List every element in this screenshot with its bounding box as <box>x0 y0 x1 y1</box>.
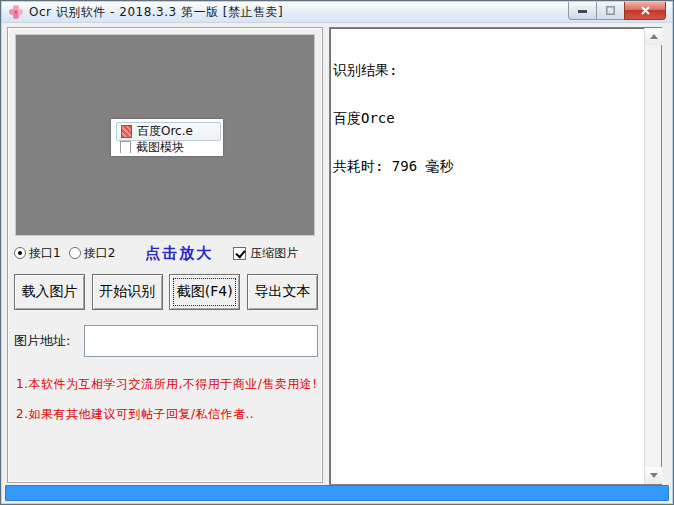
checkbox-checked-icon <box>233 247 246 260</box>
image-address-row: 图片地址: <box>14 324 318 358</box>
left-panel: 百度Orc.e 截图模块 接口1 接口2 点击放大 压缩图片 <box>7 27 323 483</box>
image-address-input[interactable] <box>84 325 318 357</box>
close-button[interactable] <box>624 2 666 20</box>
radio-label: 接口2 <box>84 245 116 262</box>
progress-bar <box>5 485 669 501</box>
options-row: 接口1 接口2 点击放大 压缩图片 <box>14 242 316 264</box>
app-flower-icon <box>8 4 24 20</box>
preview-menu-item-clipped: 截图模块 <box>116 141 223 153</box>
notice-line-2: 2.如果有其他建议可到帖子回复/私信作者.. <box>16 406 254 423</box>
result-line: 百度Orce <box>333 110 641 126</box>
menu-item-label: 截图模块 <box>136 141 184 153</box>
screenshot-f4-button[interactable]: 截图(F4) <box>169 274 240 310</box>
minimize-button[interactable] <box>568 2 597 20</box>
image-address-label: 图片地址: <box>14 332 84 350</box>
result-line: 共耗时: 796 毫秒 <box>333 158 641 174</box>
checkbox-label: 压缩图片 <box>250 245 298 262</box>
radio-selected-icon <box>14 247 26 259</box>
triangle-up-icon <box>650 34 658 39</box>
export-text-button[interactable]: 导出文本 <box>247 274 318 310</box>
radio-interface-2[interactable]: 接口2 <box>69 245 116 262</box>
menu-item-label: 百度Orc.e <box>137 123 193 140</box>
maximize-button[interactable] <box>596 2 625 20</box>
vertical-scrollbar[interactable] <box>644 28 661 484</box>
recognition-result-textarea[interactable]: 识别结果: 百度Orce 共耗时: 796 毫秒 <box>329 27 662 485</box>
file-icon <box>120 141 131 153</box>
preview-screenshot: 百度Orc.e 截图模块 <box>111 119 223 156</box>
result-line: 识别结果: <box>333 62 641 78</box>
window-title: Ocr 识别软件 - 2018.3.3 第一版 [禁止售卖] <box>29 4 283 21</box>
start-recognition-button[interactable]: 开始识别 <box>92 274 163 310</box>
click-to-enlarge-link[interactable]: 点击放大 <box>145 244 213 263</box>
app-window: Ocr 识别软件 - 2018.3.3 第一版 [禁止售卖] 百度Orc.e <box>0 0 674 505</box>
radio-label: 接口1 <box>29 245 61 262</box>
preview-menu-item-highlighted: 百度Orc.e <box>116 122 221 141</box>
compress-image-checkbox[interactable]: 压缩图片 <box>233 245 298 262</box>
action-button-row: 载入图片 开始识别 截图(F4) 导出文本 <box>14 274 318 310</box>
window-controls <box>569 2 666 20</box>
titlebar[interactable]: Ocr 识别软件 - 2018.3.3 第一版 [禁止售卖] <box>2 2 672 23</box>
load-image-button[interactable]: 载入图片 <box>14 274 85 310</box>
notice-line-1: 1.本软件为互相学习交流所用,不得用于商业/售卖用途! <box>16 376 318 393</box>
scroll-down-button[interactable] <box>645 467 662 484</box>
radio-interface-1[interactable]: 接口1 <box>14 245 61 262</box>
image-preview-area[interactable]: 百度Orc.e 截图模块 <box>15 34 315 236</box>
radio-unselected-icon <box>69 247 81 259</box>
red-file-icon <box>121 125 132 138</box>
result-text: 识别结果: 百度Orce 共耗时: 796 毫秒 <box>333 30 641 206</box>
triangle-down-icon <box>650 473 658 478</box>
scroll-up-button[interactable] <box>645 28 662 45</box>
